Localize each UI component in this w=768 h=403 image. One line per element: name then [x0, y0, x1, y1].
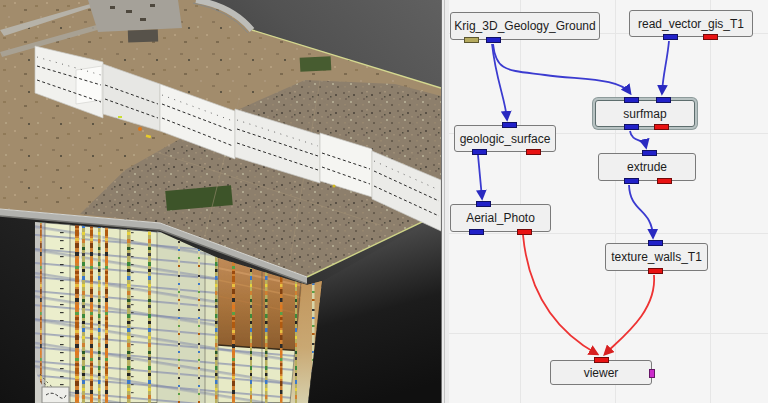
node-label: Aerial_Photo: [466, 211, 535, 225]
3d-viewport[interactable]: [0, 0, 441, 403]
input-port-field[interactable]: [648, 240, 663, 246]
output-port-field[interactable]: [624, 178, 639, 184]
output-port-parameters[interactable]: [464, 37, 479, 43]
node-label: Krig_3D_Geology_Ground: [454, 19, 595, 33]
node-krig-3d-geology-ground[interactable]: Krig_3D_Geology_Ground: [450, 12, 600, 40]
node-read-vector-gis-t1[interactable]: read_vector_gis_T1: [629, 10, 753, 37]
output-port-renderable[interactable]: [654, 124, 669, 130]
wire-krig-to-surfmap[interactable]: [493, 44, 630, 93]
node-surfmap[interactable]: surfmap: [595, 100, 695, 127]
node-viewer[interactable]: viewer: [550, 360, 652, 385]
node-label: extrude: [627, 160, 667, 174]
connection-wires: [449, 0, 768, 403]
3d-scene: [0, 0, 441, 403]
node-label: texture_walls_T1: [611, 250, 702, 264]
node-extrude[interactable]: extrude: [598, 153, 696, 181]
dataflow-editor-canvas[interactable]: Krig_3D_Geology_Ground read_vector_gis_T…: [449, 0, 768, 403]
node-texture-walls-t1[interactable]: texture_walls_T1: [605, 243, 708, 271]
wire-krig-to-geologic-surface[interactable]: [492, 44, 507, 119]
node-label: geologic_surface: [460, 132, 551, 146]
node-label: surfmap: [623, 107, 666, 121]
output-port-renderable[interactable]: [648, 268, 663, 274]
output-port-field[interactable]: [472, 149, 487, 155]
node-geologic-surface[interactable]: geologic_surface: [454, 125, 556, 152]
output-port-field[interactable]: [624, 124, 639, 130]
output-port-field[interactable]: [469, 229, 484, 235]
node-aerial-photo[interactable]: Aerial_Photo: [450, 204, 551, 232]
input-port-field[interactable]: [502, 122, 517, 128]
output-port-renderable[interactable]: [657, 178, 672, 184]
pane-splitter[interactable]: [441, 0, 449, 403]
wire-aerialphoto-to-viewer[interactable]: [523, 235, 597, 354]
node-label: read_vector_gis_T1: [638, 17, 744, 31]
input-port-field[interactable]: [476, 201, 491, 207]
output-port-field[interactable]: [663, 34, 678, 40]
output-port-renderable[interactable]: [517, 229, 532, 235]
input-port-renderable[interactable]: [594, 357, 609, 363]
output-port-renderable[interactable]: [703, 34, 718, 40]
node-label: viewer: [584, 366, 619, 380]
wire-readvector-to-surfmap[interactable]: [662, 41, 669, 93]
application-window: Krig_3D_Geology_Ground read_vector_gis_T…: [0, 0, 768, 403]
input-port-field-2[interactable]: [656, 97, 671, 103]
input-port-field-1[interactable]: [624, 97, 639, 103]
output-port-renderable[interactable]: [526, 149, 541, 155]
wire-geologic-to-aerialphoto[interactable]: [478, 155, 482, 198]
wire-extrude-to-texturewalls[interactable]: [629, 185, 653, 237]
port-viewer-ui[interactable]: [649, 369, 655, 378]
output-port-field[interactable]: [486, 37, 501, 43]
wire-texturewalls-to-viewer[interactable]: [605, 275, 654, 354]
input-port-field[interactable]: [642, 150, 657, 156]
wire-surfmap-to-extrude[interactable]: [630, 131, 646, 147]
